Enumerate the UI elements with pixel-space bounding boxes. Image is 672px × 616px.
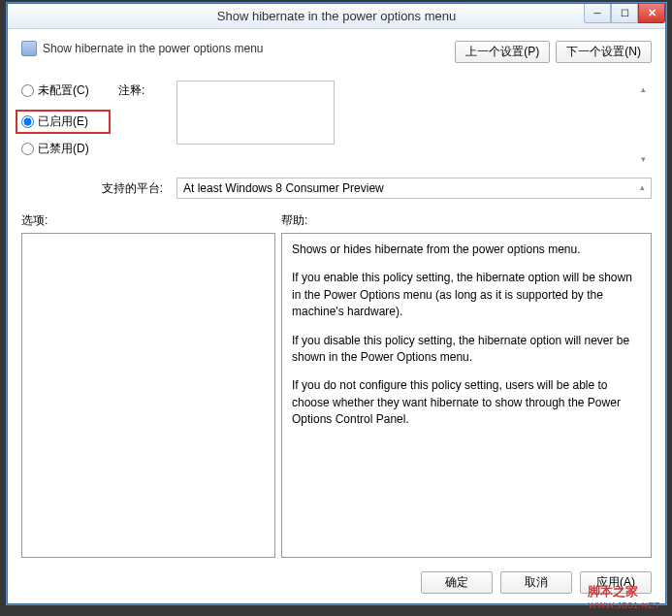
platform-row: 支持的平台: At least Windows 8 Consumer Previ… [21,178,652,199]
radio-not-configured-input[interactable] [21,84,34,97]
comment-label: 注释: [118,81,163,168]
config-row: 未配置(C) 已启用(E) 已禁用(D) 注释: ▴ ▾ [21,81,652,168]
radio-disabled-input[interactable] [21,143,34,155]
radio-disabled-label[interactable]: 已禁用(D) [38,141,89,157]
radio-column: 未配置(C) 已启用(E) 已禁用(D) [21,81,105,168]
cancel-button[interactable]: 取消 [500,571,572,594]
radio-disabled[interactable]: 已禁用(D) [21,141,105,157]
radio-enabled-input[interactable] [21,115,34,128]
scroll-up-icon[interactable]: ▴ [636,82,650,96]
titlebar: Show hibernate in the power options menu… [8,4,665,29]
watermark: 脚本之家 WWW.JB51.NET [588,583,660,610]
maximize-button[interactable]: ☐ [611,4,638,23]
window-controls: ─ ☐ ✕ [584,4,665,23]
radio-not-configured-label[interactable]: 未配置(C) [38,82,89,99]
radio-enabled[interactable]: 已启用(E) [16,110,111,134]
footer-row: 确定 取消 应用(A) [21,567,652,594]
titlebar-title: Show hibernate in the power options menu [8,9,665,23]
help-paragraph: If you do not configure this policy sett… [292,377,641,428]
minimize-button[interactable]: ─ [584,4,611,23]
panels-row: Shows or hides hibernate from the power … [21,233,652,558]
dialog-window: Show hibernate in the power options menu… [7,3,666,604]
nav-buttons: 上一个设置(P) 下一个设置(N) [455,41,652,63]
options-label: 选项: [21,212,281,229]
header-row: Show hibernate in the power options menu… [21,41,652,63]
panel-labels-row: 选项: 帮助: [21,212,652,229]
policy-title: Show hibernate in the power options menu [43,42,263,55]
platform-value-box: At least Windows 8 Consumer Preview ▴ [176,178,652,199]
comment-wrap: ▴ ▾ [176,81,652,168]
help-panel: Shows or hides hibernate from the power … [281,233,652,558]
header-left: Show hibernate in the power options menu [21,41,263,56]
platform-label: 支持的平台: [21,180,163,197]
help-label: 帮助: [281,212,307,229]
prev-setting-button[interactable]: 上一个设置(P) [455,41,550,63]
close-button[interactable]: ✕ [638,4,665,23]
ok-button[interactable]: 确定 [421,571,493,594]
help-paragraph: If you disable this policy setting, the … [292,333,641,367]
radio-not-configured[interactable]: 未配置(C) [21,82,105,99]
scroll-up-icon[interactable]: ▴ [635,180,649,194]
radio-enabled-label[interactable]: 已启用(E) [38,113,88,130]
next-setting-button[interactable]: 下一个设置(N) [556,41,652,63]
platform-value: At least Windows 8 Consumer Preview [183,181,384,195]
comment-textarea[interactable] [176,81,335,145]
policy-icon [21,41,37,56]
dialog-content: Show hibernate in the power options menu… [8,29,665,603]
help-paragraph: Shows or hides hibernate from the power … [292,242,641,258]
options-panel [21,233,275,558]
scroll-down-icon[interactable]: ▾ [636,152,650,166]
watermark-sub: WWW.JB51.NET [588,600,660,610]
help-paragraph: If you enable this policy setting, the h… [292,270,641,320]
watermark-main: 脚本之家 [588,584,638,599]
